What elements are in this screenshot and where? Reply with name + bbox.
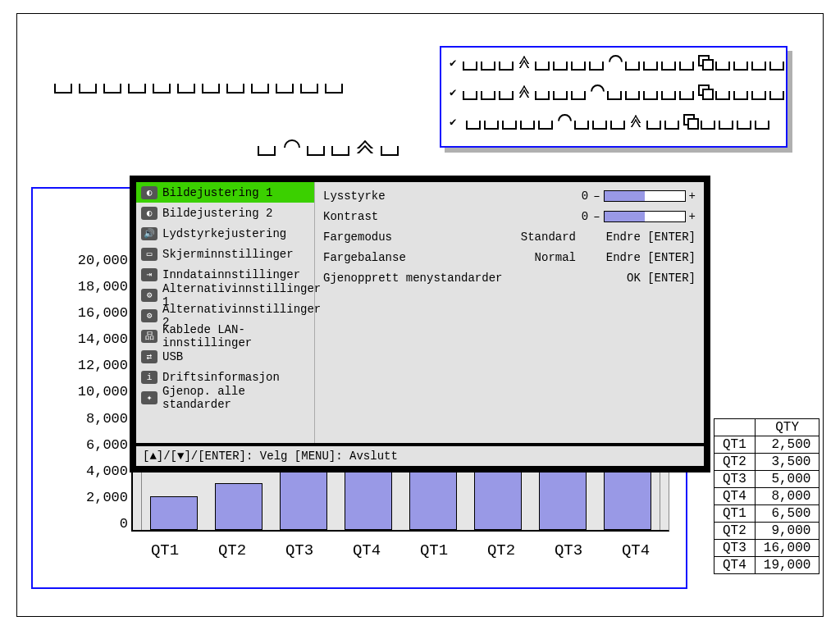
osd-menu-list: ◐Bildejustering 1◐Bildejustering 2🔊Lydst… <box>136 182 315 443</box>
brightness-slider[interactable]: – + <box>593 189 696 203</box>
colorbalance-action: Endre [ENTER] <box>581 251 696 264</box>
colorbalance-label: Fargebalanse <box>323 251 507 264</box>
table-row: QT12,500 <box>714 436 819 454</box>
colormode-action: Endre [ENTER] <box>581 231 696 244</box>
brightness-row[interactable]: Lysstyrke 0 – + <box>323 185 696 206</box>
menu-item-label: Gjenop. alle standarder <box>162 385 309 411</box>
restore-row[interactable]: Gjenopprett menystandarder OK [ENTER] <box>323 267 696 288</box>
brightness-label: Lysstyrke <box>323 189 519 203</box>
menu-item-icon: ✦ <box>141 391 158 404</box>
menu-item-label: Driftsinformasjon <box>162 371 280 384</box>
restore-label: Gjenopprett menystandarder <box>323 272 507 285</box>
breadcrumb-list: ✔ ✔ ✔ <box>440 46 788 148</box>
osd-menu: ◐Bildejustering 1◐Bildejustering 2🔊Lydst… <box>130 176 710 472</box>
chart-x-tick: QT4 <box>612 541 660 559</box>
chart-bar <box>280 463 327 530</box>
minus-icon[interactable]: – <box>593 189 600 203</box>
osd-menu-item[interactable]: 品Kablede LAN-innstillinger <box>136 326 314 346</box>
chart-x-tick: QT2 <box>208 541 256 559</box>
table-row: QT16,500 <box>714 505 819 523</box>
menu-item-icon: ▭ <box>141 248 158 261</box>
table-row: QT419,000 <box>714 557 819 574</box>
plus-icon[interactable]: + <box>689 189 696 203</box>
table-row: QT29,000 <box>714 523 819 540</box>
menu-item-label: Bildejustering 1 <box>162 186 272 199</box>
chart-x-tick: QT4 <box>343 541 390 559</box>
osd-menu-item[interactable]: ▭Skjerminnstillinger <box>136 244 314 264</box>
colormode-label: Fargemodus <box>323 231 507 244</box>
table-row: QT23,500 <box>714 454 819 471</box>
check-icon: ✔ <box>450 56 461 70</box>
breadcrumb-item[interactable]: ✔ <box>441 107 786 136</box>
decorative-glyph-row-1 <box>51 72 346 97</box>
osd-footer-hint: [▲]/[▼]/[ENTER]: Velg [MENU]: Avslutt <box>136 443 704 466</box>
menu-item-icon: 🔊 <box>141 227 158 240</box>
table-row: QT316,000 <box>714 540 819 557</box>
contrast-slider[interactable]: – + <box>593 210 696 223</box>
menu-item-icon: ◐ <box>141 186 158 199</box>
table-row: QT35,000 <box>714 471 819 488</box>
menu-item-label: Skjerminnstillinger <box>162 248 294 261</box>
colorbalance-value: Normal <box>507 251 581 264</box>
breadcrumb-item[interactable]: ✔ <box>441 77 786 107</box>
menu-item-icon: i <box>141 371 158 384</box>
chart-y-axis: 20,00018,000 16,00014,000 12,00010,000 8… <box>46 253 128 532</box>
menu-item-label: Kablede LAN-innstillinger <box>162 323 309 349</box>
restore-action: OK [ENTER] <box>581 272 696 285</box>
colormode-row[interactable]: Fargemodus Standard Endre [ENTER] <box>323 226 696 247</box>
menu-item-label: USB <box>162 350 183 363</box>
menu-item-icon: ◐ <box>141 207 158 220</box>
osd-menu-item[interactable]: ⇄USB <box>136 346 314 367</box>
chart-x-axis: QT1QT2QT3QT4QT1QT2QT3QT4 <box>131 541 669 559</box>
chart-bar <box>215 483 262 530</box>
minus-icon[interactable]: – <box>593 210 600 223</box>
chart-bar <box>150 496 198 530</box>
breadcrumb-item[interactable]: ✔ <box>441 48 786 77</box>
qty-header: QTY <box>755 419 819 436</box>
contrast-label: Kontrast <box>323 210 519 223</box>
plus-icon[interactable]: + <box>689 210 696 223</box>
table-row: QT48,000 <box>714 488 819 505</box>
osd-menu-item[interactable]: 🔊Lydstyrkejustering <box>136 223 314 244</box>
menu-item-icon: ⚙ <box>141 309 158 322</box>
osd-menu-item[interactable]: ◐Bildejustering 1 <box>136 182 314 203</box>
qty-table: QTY QT12,500QT23,500QT35,000QT48,000QT16… <box>714 418 819 574</box>
decorative-glyph-row-2 <box>254 135 402 159</box>
menu-item-label: Bildejustering 2 <box>162 207 272 220</box>
menu-item-icon: 品 <box>141 330 158 343</box>
check-icon: ✔ <box>450 115 464 129</box>
menu-item-icon: ⇥ <box>141 268 158 281</box>
chart-x-tick: QT1 <box>410 541 458 559</box>
osd-menu-item[interactable]: ✦Gjenop. alle standarder <box>136 387 314 408</box>
brightness-value: 0 <box>519 189 593 203</box>
menu-item-icon: ⇄ <box>141 350 158 363</box>
contrast-row[interactable]: Kontrast 0 – + <box>323 206 696 226</box>
chart-x-tick: QT1 <box>141 541 189 559</box>
osd-menu-item[interactable]: ◐Bildejustering 2 <box>136 203 314 223</box>
menu-item-label: Inndatainnstillinger <box>162 268 300 281</box>
chart-x-tick: QT3 <box>276 541 323 559</box>
chart-x-tick: QT3 <box>545 541 592 559</box>
check-icon: ✔ <box>450 85 461 99</box>
colorbalance-row[interactable]: Fargebalanse Normal Endre [ENTER] <box>323 247 696 267</box>
colormode-value: Standard <box>507 231 581 244</box>
chart-x-tick: QT2 <box>477 541 525 559</box>
menu-item-label: Lydstyrkejustering <box>162 227 286 240</box>
osd-settings-panel: Lysstyrke 0 – + Kontrast 0 – + Fargemodu… <box>315 182 704 443</box>
menu-item-icon: ⚙ <box>141 289 158 302</box>
contrast-value: 0 <box>519 210 593 223</box>
